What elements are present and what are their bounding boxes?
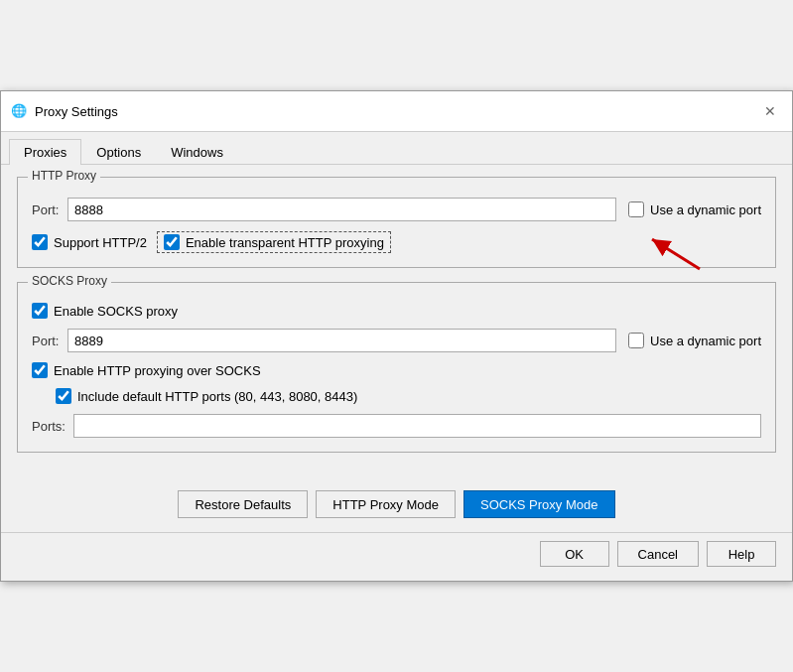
cancel-button[interactable]: Cancel (617, 541, 699, 567)
enable-http-over-socks-text: Enable HTTP proxying over SOCKS (54, 363, 261, 378)
tab-options[interactable]: Options (81, 139, 156, 165)
include-default-ports-checkbox[interactable] (56, 388, 71, 404)
socks-proxy-group-label: SOCKS Proxy (28, 274, 111, 288)
enable-http-over-socks-row: Enable HTTP proxying over SOCKS (32, 362, 761, 378)
enable-socks-text: Enable SOCKS proxy (54, 304, 178, 319)
support-http2-text: Support HTTP/2 (54, 235, 147, 250)
enable-socks-checkbox[interactable] (32, 303, 48, 319)
ports-row: Ports: (32, 414, 761, 438)
http-port-input[interactable] (67, 198, 616, 221)
socks-port-label: Port: (32, 334, 67, 348)
svg-line-1 (652, 239, 700, 269)
socks-dynamic-port-label: Use a dynamic port (650, 334, 761, 348)
footer-buttons: OK Cancel Help (1, 532, 792, 581)
socks-dynamic-port-area: Use a dynamic port (628, 333, 761, 348)
tab-proxies[interactable]: Proxies (9, 139, 81, 165)
http-port-label: Port: (32, 202, 67, 217)
include-default-ports-label[interactable]: Include default HTTP ports (80, 443, 808… (56, 388, 357, 404)
content-area: HTTP Proxy Port: Use a dynamic port Supp… (1, 165, 792, 482)
enable-transparent-label[interactable]: Enable transparent HTTP proxying (157, 231, 391, 253)
http-proxy-group-label: HTTP Proxy (28, 169, 100, 183)
socks-port-input[interactable] (67, 329, 616, 352)
http-dynamic-port-area: Use a dynamic port (628, 202, 761, 217)
support-http2-label[interactable]: Support HTTP/2 (32, 234, 147, 250)
ports-input[interactable] (73, 414, 761, 438)
window-title: Proxy Settings (35, 104, 118, 119)
http-proxy-mode-button[interactable]: HTTP Proxy Mode (316, 490, 456, 518)
enable-transparent-text: Enable transparent HTTP proxying (186, 235, 384, 250)
mode-buttons-row: Restore Defaults HTTP Proxy Mode SOCKS P… (1, 482, 792, 532)
restore-defaults-button[interactable]: Restore Defaults (178, 490, 308, 518)
socks-dynamic-port-checkbox[interactable] (628, 333, 644, 348)
http-port-row: Port: Use a dynamic port (32, 198, 761, 221)
support-http2-checkbox[interactable] (32, 234, 48, 250)
include-default-ports-row: Include default HTTP ports (80, 443, 808… (56, 388, 761, 404)
enable-http-over-socks-checkbox[interactable] (32, 362, 48, 378)
proxy-settings-window: 🌐 Proxy Settings ✕ Proxies Options Windo… (0, 90, 793, 582)
titlebar-left: 🌐 Proxy Settings (11, 103, 118, 119)
http-dynamic-port-checkbox[interactable] (628, 202, 644, 217)
tab-windows[interactable]: Windows (156, 139, 238, 165)
http-dynamic-port-label: Use a dynamic port (650, 202, 761, 217)
ok-button[interactable]: OK (540, 541, 609, 567)
close-button[interactable]: ✕ (758, 99, 782, 123)
red-arrow-icon (622, 231, 702, 271)
socks-proxy-mode-button[interactable]: SOCKS Proxy Mode (463, 490, 615, 518)
enable-transparent-checkbox[interactable] (164, 234, 180, 250)
help-button[interactable]: Help (707, 541, 776, 567)
enable-http-over-socks-label[interactable]: Enable HTTP proxying over SOCKS (32, 362, 261, 378)
include-default-ports-text: Include default HTTP ports (80, 443, 808… (77, 389, 357, 404)
http-proxy-group: HTTP Proxy Port: Use a dynamic port Supp… (17, 177, 776, 268)
enable-socks-row: Enable SOCKS proxy (32, 303, 761, 319)
socks-proxy-group: SOCKS Proxy Enable SOCKS proxy Port: Use… (17, 282, 776, 453)
enable-socks-label[interactable]: Enable SOCKS proxy (32, 303, 178, 319)
app-icon: 🌐 (11, 103, 27, 119)
tab-bar: Proxies Options Windows (1, 132, 792, 165)
ports-label: Ports: (32, 419, 73, 434)
socks-port-row: Port: Use a dynamic port (32, 329, 761, 352)
titlebar: 🌐 Proxy Settings ✕ (1, 91, 792, 132)
